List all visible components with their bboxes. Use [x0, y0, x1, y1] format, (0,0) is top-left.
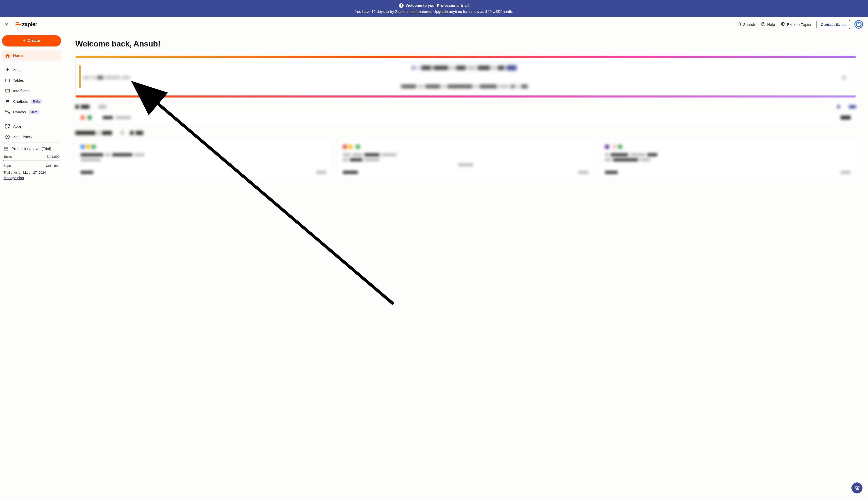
template-card[interactable] [75, 139, 332, 179]
hero-gradient-top [76, 56, 856, 58]
svg-rect-13 [6, 110, 7, 112]
trial-ends: Trial ends on March 27, 2024 [3, 171, 60, 174]
bolt-icon [5, 67, 10, 72]
svg-rect-18 [6, 126, 7, 128]
plus-icon: + [23, 38, 26, 44]
sidebar-item-canvas[interactable]: Canvas Beta [2, 107, 61, 117]
plan-box: Professional plan (Trial) Tasks 8 / 1,00… [2, 143, 61, 182]
beta-badge: Beta [31, 99, 42, 104]
help-fab[interactable] [852, 483, 863, 494]
ai-hero-card [75, 56, 856, 98]
banner-title: Welcome to your Professional trial! [406, 3, 469, 9]
tasks-value: 8 / 1,000 [47, 155, 60, 159]
plan-icon [3, 146, 9, 151]
paid-features-link[interactable]: paid features [409, 9, 431, 14]
header: × zapier Search Help Explore Zapier Cont… [0, 17, 868, 32]
plan-name: Professional plan (Trial) [12, 146, 51, 151]
zapier-logo[interactable]: zapier [15, 21, 37, 28]
tasks-label: Tasks [3, 155, 12, 159]
svg-point-26 [855, 486, 858, 489]
beta-badge: Beta [29, 110, 39, 114]
help-chat-icon [854, 485, 860, 491]
main-content: Welcome back, Ansub! [63, 32, 868, 499]
zaps-label: Zaps [3, 164, 11, 168]
sidebar: + Create Home Zaps Tables [0, 32, 63, 499]
search-icon [737, 22, 742, 27]
help-icon [761, 22, 766, 27]
contact-sales-button[interactable]: Contact Sales [817, 20, 850, 29]
template-card[interactable] [337, 139, 594, 179]
sidebar-item-interfaces[interactable]: Interfaces [2, 86, 61, 96]
sidebar-item-zap-history[interactable]: Zap History [2, 132, 61, 142]
trial-banner: i Welcome to your Professional trial! Yo… [0, 0, 868, 17]
svg-rect-22 [4, 147, 8, 150]
info-icon: i [399, 3, 404, 8]
upgrade-link[interactable]: Upgrade [433, 9, 448, 14]
explore-button[interactable]: Explore Zapier [781, 22, 811, 27]
svg-line-15 [7, 111, 9, 112]
logo-text: zapier [22, 21, 37, 28]
sidebar-item-label: Zaps [13, 68, 21, 72]
hero-gradient-bottom [76, 96, 856, 97]
chat-icon [5, 99, 10, 104]
sidebar-item-label: Tables [13, 78, 24, 82]
globe-icon [781, 22, 785, 27]
svg-rect-8 [6, 79, 10, 82]
svg-rect-14 [8, 112, 10, 114]
close-icon[interactable]: × [5, 22, 8, 27]
history-icon [5, 134, 10, 139]
svg-rect-11 [6, 89, 10, 92]
sidebar-item-label: Canvas [13, 110, 26, 114]
manage-plan-link[interactable]: Manage plan [3, 176, 24, 180]
tasks-progress [3, 160, 60, 161]
svg-point-0 [738, 23, 741, 25]
template-cards [75, 139, 856, 179]
hero-accent [79, 65, 80, 88]
section-header-blurred [75, 105, 856, 109]
table-icon [5, 78, 10, 83]
svg-rect-17 [8, 124, 10, 126]
search-button[interactable]: Search [737, 22, 755, 27]
sidebar-item-label: Zap History [13, 135, 33, 139]
zaps-value: Unlimited [46, 164, 60, 168]
template-card[interactable] [600, 139, 856, 179]
hero-content-blurred [83, 65, 846, 88]
svg-line-1 [740, 25, 741, 26]
canvas-icon [5, 110, 10, 114]
sidebar-item-apps[interactable]: Apps [2, 121, 61, 131]
sidebar-item-label: Interfaces [13, 89, 30, 93]
recent-strip-blurred [75, 111, 856, 124]
logo-mark-icon [15, 24, 21, 25]
sidebar-item-label: Apps [13, 124, 22, 129]
sidebar-item-chatbots[interactable]: Chatbots Beta [2, 97, 61, 107]
page-title: Welcome back, Ansub! [75, 39, 856, 48]
sidebar-item-home[interactable]: Home [2, 50, 61, 61]
help-button[interactable]: Help [761, 22, 775, 27]
cards-title-blurred [75, 131, 856, 135]
sidebar-item-label: Home [13, 53, 24, 58]
interfaces-icon [5, 88, 10, 94]
sidebar-item-label: Chatbots [13, 99, 28, 104]
sidebar-item-zaps[interactable]: Zaps [2, 65, 61, 75]
banner-subtitle: You have 12 days to try Zapier's paid fe… [5, 9, 863, 15]
user-avatar[interactable] [854, 20, 863, 29]
create-button[interactable]: + Create [2, 35, 61, 47]
sidebar-item-tables[interactable]: Tables [2, 75, 61, 85]
apps-icon [5, 124, 10, 129]
svg-rect-16 [6, 124, 7, 126]
home-icon [5, 53, 10, 58]
